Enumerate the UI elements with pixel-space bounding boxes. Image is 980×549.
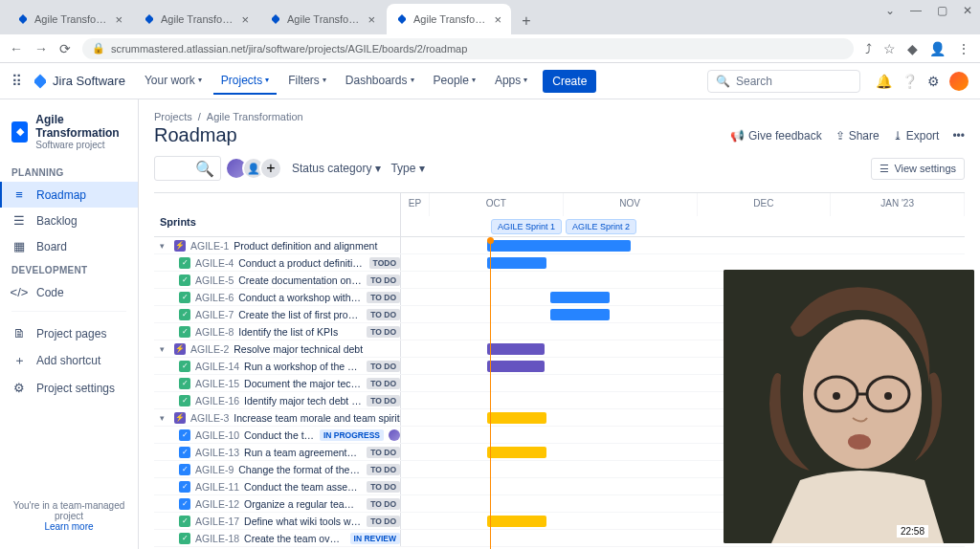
issue-key: AGILE-13 bbox=[195, 447, 239, 458]
more-actions-button[interactable]: ••• bbox=[952, 129, 965, 143]
add-people-icon[interactable]: + bbox=[259, 157, 282, 180]
jira-logo[interactable]: Jira Software bbox=[32, 73, 125, 90]
tab-close-icon[interactable]: × bbox=[494, 12, 501, 27]
month-label: EP bbox=[401, 193, 430, 216]
nav-projects[interactable]: Projects▾ bbox=[213, 68, 277, 95]
filter-search-input[interactable]: 🔍 bbox=[154, 156, 221, 181]
close-window-icon[interactable]: ✕ bbox=[963, 4, 972, 17]
epic-row[interactable]: ▾ ⚡ AGILE-1 Product definition and align… bbox=[154, 237, 965, 254]
nav-filters[interactable]: Filters▾ bbox=[280, 68, 334, 95]
url-text: scrummastered.atlassian.net/jira/softwar… bbox=[111, 43, 467, 55]
new-tab-button[interactable]: + bbox=[513, 8, 540, 34]
chevron-down-icon: ▾ bbox=[265, 76, 269, 84]
task-icon: ✓ bbox=[179, 481, 190, 493]
nav-dashboards[interactable]: Dashboards▾ bbox=[338, 68, 422, 95]
sidebar-item-code[interactable]: </> Code bbox=[0, 279, 138, 305]
issue-key: AGILE-12 bbox=[195, 498, 239, 510]
issue-key: AGILE-6 bbox=[195, 292, 234, 303]
tab-title: Agile Transformation - Agile bo bbox=[287, 13, 362, 25]
type-filter[interactable]: Type▾ bbox=[390, 162, 425, 175]
sprint-badge[interactable]: AGILE Sprint 2 bbox=[566, 219, 636, 234]
breadcrumb-projects[interactable]: Projects bbox=[154, 111, 192, 122]
issue-summary: Run a team agreements workshop bbox=[244, 447, 362, 458]
browser-tab[interactable]: Agile Transformation - Agile bo × bbox=[260, 4, 385, 34]
epic-bar[interactable] bbox=[487, 343, 545, 355]
breadcrumb-project[interactable]: Agile Transformation bbox=[207, 111, 303, 122]
export-button[interactable]: ⤓Export bbox=[893, 129, 940, 143]
sidebar-item-backlog[interactable]: ☰ Backlog bbox=[0, 208, 138, 233]
issue-bar[interactable] bbox=[550, 309, 610, 320]
plus-icon: ＋ bbox=[11, 352, 27, 369]
maximize-icon[interactable]: ▢ bbox=[937, 4, 947, 17]
development-section-label: DEVELOPMENT bbox=[0, 259, 138, 279]
breadcrumb: Projects / Agile Transformation bbox=[154, 111, 965, 122]
browser-tab[interactable]: Agile Transformation - Agile bo × bbox=[134, 4, 258, 34]
sidebar-item-roadmap[interactable]: ≡ Roadmap bbox=[0, 182, 138, 208]
project-header[interactable]: ◆ Agile Transformation Software project bbox=[0, 109, 138, 162]
sidebar-item-project-settings[interactable]: ⚙ Project settings bbox=[0, 375, 138, 401]
status-badge: TO DO bbox=[367, 378, 400, 389]
issue-summary: Conduct a workshop with stakeholders on … bbox=[238, 292, 362, 303]
issue-summary: Change the format of the retrospective f… bbox=[238, 464, 362, 475]
back-icon[interactable]: ← bbox=[10, 41, 23, 56]
tab-close-icon[interactable]: × bbox=[115, 12, 122, 27]
expand-icon[interactable]: ▾ bbox=[160, 241, 169, 251]
tab-close-icon[interactable]: × bbox=[368, 12, 375, 27]
status-badge: IN PROGRESS bbox=[320, 429, 384, 441]
assignee-filter[interactable]: 👤 + bbox=[231, 157, 282, 180]
help-icon[interactable]: ❔ bbox=[902, 74, 918, 89]
jira-favicon-icon bbox=[144, 13, 155, 25]
sidebar-item-project-pages[interactable]: 🗎 Project pages bbox=[0, 320, 138, 346]
reload-icon[interactable]: ⟳ bbox=[59, 41, 71, 56]
issue-bar[interactable] bbox=[487, 361, 545, 372]
video-timestamp: 22:58 bbox=[897, 525, 928, 538]
status-category-filter[interactable]: Status category▾ bbox=[292, 162, 381, 175]
app-switcher-icon[interactable]: ⠿ bbox=[11, 73, 22, 90]
user-avatar[interactable] bbox=[949, 72, 969, 91]
search-input[interactable]: 🔍 Search bbox=[707, 70, 860, 93]
address-bar[interactable]: 🔒 scrummastered.atlassian.net/jira/softw… bbox=[82, 38, 854, 59]
sidebar-item-add-shortcut[interactable]: ＋ Add shortcut bbox=[0, 346, 138, 375]
story-icon: ✓ bbox=[179, 309, 190, 320]
chevron-down-icon[interactable]: ⌄ bbox=[885, 4, 895, 17]
nav-apps[interactable]: Apps▾ bbox=[487, 68, 535, 95]
tab-close-icon[interactable]: × bbox=[241, 12, 249, 27]
give-feedback-button[interactable]: 📢Give feedback bbox=[730, 129, 822, 143]
sidebar-item-board[interactable]: ▦ Board bbox=[0, 233, 138, 259]
status-badge: TO DO bbox=[367, 447, 400, 458]
share-icon[interactable]: ⤴ bbox=[865, 41, 872, 56]
settings-icon[interactable]: ⚙ bbox=[927, 74, 940, 89]
issue-key: AGILE-17 bbox=[195, 516, 239, 527]
sprint-badge[interactable]: AGILE Sprint 1 bbox=[491, 219, 562, 234]
bookmark-icon[interactable]: ☆ bbox=[883, 41, 896, 56]
profile-icon[interactable]: 👤 bbox=[929, 41, 946, 56]
browser-tab[interactable]: Agile Transformation - Agile b × bbox=[8, 4, 132, 34]
nav-your-work[interactable]: Your work▾ bbox=[137, 68, 210, 95]
issue-bar[interactable] bbox=[487, 447, 546, 458]
learn-more-link[interactable]: Learn more bbox=[44, 521, 93, 532]
issue-key: AGILE-16 bbox=[195, 395, 239, 406]
issue-bar[interactable] bbox=[550, 292, 610, 303]
browser-tab-active[interactable]: Agile Transformation - Roadma × bbox=[387, 4, 511, 34]
epic-bar[interactable] bbox=[487, 412, 546, 424]
create-button[interactable]: Create bbox=[543, 70, 596, 93]
task-icon: ✓ bbox=[179, 447, 190, 458]
share-button[interactable]: ⇪Share bbox=[835, 129, 880, 143]
epic-bar[interactable] bbox=[487, 240, 631, 252]
issue-bar[interactable] bbox=[487, 516, 546, 527]
forward-icon[interactable]: → bbox=[34, 41, 48, 56]
status-badge: TO DO bbox=[367, 464, 400, 475]
expand-icon[interactable]: ▾ bbox=[160, 413, 169, 423]
nav-people[interactable]: People▾ bbox=[426, 68, 483, 95]
view-settings-button[interactable]: ☰View settings bbox=[871, 158, 965, 180]
month-label: NOV bbox=[564, 193, 698, 216]
issue-key: AGILE-2 bbox=[190, 343, 229, 355]
minimize-icon[interactable]: — bbox=[910, 4, 922, 17]
expand-icon[interactable]: ▾ bbox=[160, 344, 169, 354]
more-icon[interactable]: ⋮ bbox=[957, 41, 970, 56]
notifications-icon[interactable]: 🔔 bbox=[876, 74, 892, 89]
search-icon: 🔍 bbox=[716, 75, 730, 88]
extension-icon[interactable]: ◆ bbox=[907, 41, 918, 56]
issue-bar[interactable] bbox=[487, 257, 546, 269]
issue-key: AGILE-7 bbox=[195, 309, 234, 320]
